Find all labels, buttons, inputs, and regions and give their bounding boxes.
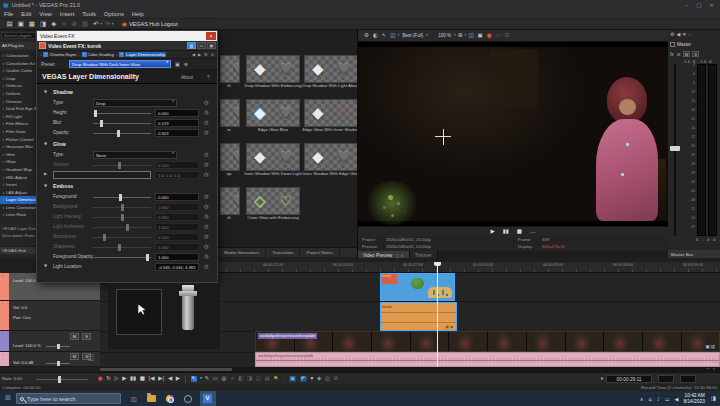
- play-button[interactable]: ▶: [122, 376, 126, 382]
- vegas-hub-tab[interactable]: VEGAS Hub: [0, 246, 37, 254]
- timeline-zoom-buttons[interactable]: −＋: [706, 367, 718, 372]
- preset-thumb-partial[interactable]: ♥: [220, 187, 240, 215]
- plugin-item[interactable]: ∗Layer Dimensio: [0, 196, 37, 204]
- bus-bypass-icon[interactable]: ⊘: [677, 52, 681, 57]
- file-explorer-icon[interactable]: [147, 395, 156, 402]
- vegas-taskbar-icon[interactable]: V: [200, 391, 216, 406]
- all-plugins-header[interactable]: All Plug-ins: [0, 42, 37, 50]
- param-slider[interactable]: [93, 227, 151, 228]
- action-center-icon[interactable]: ◨: [711, 396, 716, 402]
- tray-shield-icon[interactable]: ⌂: [648, 396, 651, 402]
- open-project-icon[interactable]: ▣: [18, 21, 24, 28]
- fx-float-button[interactable]: ▭: [197, 42, 206, 49]
- preset-thumb[interactable]: ◆♡: [304, 99, 358, 127]
- snap-button[interactable]: ◩: [300, 376, 307, 382]
- collapse-icon[interactable]: ▼: [44, 90, 47, 94]
- edit-tool-button[interactable]: ↖: [191, 376, 198, 382]
- go-to-start-button[interactable]: |◀: [149, 376, 155, 382]
- plugin-item[interactable]: ∗Colorization: [0, 52, 37, 60]
- fx-section-emboss[interactable]: ▼Emboss: [37, 182, 217, 192]
- pan-scan-icon[interactable]: ↖: [382, 33, 387, 39]
- save-preset-icon[interactable]: ▣: [175, 62, 180, 67]
- animate-icon[interactable]: ◷: [204, 152, 208, 157]
- expand-icon[interactable]: ▶: [44, 172, 47, 176]
- event-fade-button[interactable]: ◫: [256, 376, 261, 382]
- animate-icon[interactable]: ◷: [204, 254, 208, 259]
- paste-icon[interactable]: ▥: [82, 21, 88, 28]
- cursor-timecode[interactable]: 00:00:29:11: [606, 375, 652, 383]
- new-project-icon[interactable]: ▤: [7, 21, 13, 28]
- undo-icon[interactable]: ↶: [93, 21, 98, 28]
- animate-icon[interactable]: ◷: [204, 162, 208, 167]
- param-dropdown[interactable]: None▾: [93, 151, 177, 159]
- animate-icon[interactable]: ◷: [204, 204, 208, 209]
- slider-thumb[interactable]: [126, 224, 129, 231]
- mixer-icon[interactable]: ◆: [317, 376, 321, 382]
- delete-preset-icon[interactable]: ⊗: [184, 62, 188, 67]
- tray-volume-icon[interactable]: ◀: [675, 396, 679, 402]
- param-slider[interactable]: [93, 113, 151, 114]
- external-monitor-icon[interactable]: ▭: [496, 33, 501, 39]
- redo-icon[interactable]: ↷: [105, 21, 110, 28]
- animate-icon[interactable]: ◷: [204, 130, 208, 135]
- param-slider[interactable]: [93, 257, 151, 258]
- param-value[interactable]: 0.129: [155, 119, 199, 127]
- plugin-item[interactable]: ∗HSL Adjust: [0, 174, 37, 182]
- plugin-item[interactable]: ∗Film Effects: [0, 120, 37, 128]
- animate-icon[interactable]: ◷: [204, 194, 208, 199]
- grid-overlay-icon[interactable]: ⊞: [458, 33, 463, 39]
- track-header-3[interactable]: Level: 100.0 %MS: [0, 331, 100, 352]
- menu-tools[interactable]: Tools: [82, 11, 96, 17]
- auto-ripple-button[interactable]: ▣: [289, 376, 296, 382]
- trim-end-button[interactable]: ◨: [247, 376, 252, 382]
- plugin-item[interactable]: ∗Crop: [0, 75, 37, 83]
- scrollbar-thumb[interactable]: [100, 368, 232, 371]
- save-project-icon[interactable]: ▦: [29, 21, 35, 28]
- animate-icon[interactable]: ◷: [204, 244, 208, 249]
- chain-plugin-2[interactable]: Color Grading: [88, 52, 114, 57]
- slider-thumb[interactable]: [119, 194, 122, 201]
- track-header-4[interactable]: Vol: 0.0 dBMS-11.1-10.2: [0, 352, 100, 367]
- slider-thumb[interactable]: [121, 214, 124, 221]
- preview-more-button[interactable]: …: [530, 229, 536, 235]
- clip-media-video[interactable]: worldofgoofierpantsroutcbranplabb ▣▤: [255, 331, 720, 352]
- plugin-item[interactable]: ∗Gaussian Blur: [0, 143, 37, 151]
- next-frame-button[interactable]: ▶: [176, 376, 180, 382]
- taskbar-clock[interactable]: 10:42 AM 8/14/2023: [683, 393, 704, 405]
- loop-region-icon[interactable]: ⊟: [505, 33, 510, 39]
- plugin-item[interactable]: ∗Flicker Control: [0, 136, 37, 144]
- preview-stop-button[interactable]: ■: [517, 229, 522, 235]
- rate-slider-thumb[interactable]: [58, 376, 61, 383]
- copy-snapshot-icon[interactable]: ◫: [468, 33, 473, 39]
- preset-thumb[interactable]: ◆♥: [246, 55, 300, 83]
- param-value[interactable]: 0.140: [155, 233, 199, 241]
- minimize-button[interactable]: –: [681, 3, 692, 9]
- help-button[interactable]: ?: [207, 75, 210, 80]
- preview-pause-button[interactable]: ▮▮: [503, 229, 509, 235]
- bus-fx-button[interactable]: fx: [670, 52, 674, 57]
- plugin-item[interactable]: ∗Glint: [0, 151, 37, 159]
- lock-button[interactable]: ▤: [265, 376, 270, 382]
- split-tool-button[interactable]: ×: [230, 376, 235, 382]
- prev-frame-button[interactable]: ◀: [168, 376, 172, 382]
- tray-display-icon[interactable]: ▭: [665, 396, 670, 402]
- tab-project-notes[interactable]: Project Notes: [300, 248, 339, 257]
- animate-icon[interactable]: ◷: [204, 214, 208, 219]
- preset-thumb[interactable]: ◆♥: [304, 55, 358, 83]
- param-value[interactable]: 1.0, 1.0, 1.0: [155, 171, 199, 179]
- bus-checkbox[interactable]: [670, 42, 675, 47]
- slider-thumb[interactable]: [94, 110, 97, 117]
- glow-color-swatch[interactable]: [53, 171, 151, 179]
- chain-plugin-3[interactable]: Layer Dimensionality: [125, 52, 166, 57]
- track-solo-button[interactable]: S: [82, 333, 91, 340]
- param-value[interactable]: 1.000: [155, 253, 199, 261]
- plugin-item[interactable]: ∗Glow: [0, 158, 37, 166]
- playhead[interactable]: [437, 262, 438, 367]
- preset-thumb[interactable]: ◆♥: [304, 143, 358, 171]
- video-canvas[interactable]: [358, 42, 668, 226]
- track-slider-thumb[interactable]: [57, 361, 60, 366]
- chain-next-icon[interactable]: ▶: [198, 52, 202, 57]
- param-value[interactable]: 0.000: [155, 109, 199, 117]
- param-slider[interactable]: [93, 165, 151, 166]
- selection-length-box[interactable]: [680, 375, 696, 383]
